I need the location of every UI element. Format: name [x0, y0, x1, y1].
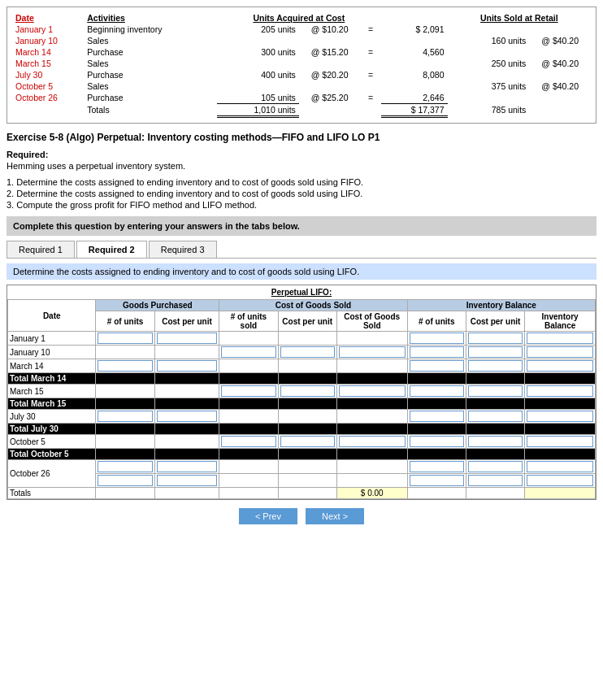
input-jan10-cgs-total[interactable]	[339, 346, 406, 358]
row-jan1-gp-cost[interactable]	[154, 332, 219, 346]
input-jan10-cgs-units[interactable]	[221, 346, 275, 358]
input-oct26-ib-inv-2[interactable]	[527, 475, 593, 486]
row-mar14-cgs-total	[336, 359, 407, 373]
row-oct26-ib-cost-2[interactable]	[466, 474, 524, 488]
row-jan10-ib-units[interactable]	[407, 346, 466, 359]
input-oct5-ib-cost[interactable]	[468, 436, 523, 447]
row-oct26-ib-units-1[interactable]	[407, 460, 466, 474]
row-mar14-ib-units[interactable]	[407, 359, 466, 373]
input-oct26-ib-inv-1[interactable]	[527, 461, 593, 472]
row-jan1-ib-inv[interactable]	[525, 332, 596, 346]
totals-ib-cost	[466, 488, 524, 499]
row-mar15-ib-cost[interactable]	[466, 385, 524, 398]
input-oct5-ib-inv[interactable]	[527, 436, 593, 447]
row-oct5-ib-inv[interactable]	[525, 435, 596, 449]
row-mar14-gp-units[interactable]	[96, 359, 154, 373]
input-jan1-ib-units[interactable]	[410, 333, 464, 344]
row-oct26-ib-inv-2[interactable]	[525, 474, 596, 488]
input-mar15-ib-units[interactable]	[410, 385, 464, 397]
input-oct26-gp-units-2[interactable]	[98, 475, 152, 486]
input-oct5-ib-units[interactable]	[410, 436, 464, 447]
row-oct5-cgs-total[interactable]	[336, 435, 407, 449]
row-mar15-cgs-total[interactable]	[336, 385, 407, 398]
tab-required2[interactable]: Required 2	[76, 241, 147, 258]
input-oct5-cgs-cost[interactable]	[280, 436, 335, 447]
input-mar15-cgs-cost[interactable]	[280, 385, 335, 397]
input-jan1-ib-inv[interactable]	[527, 333, 593, 344]
input-oct5-cgs-total[interactable]	[339, 436, 406, 447]
total-mar15-gp-units	[96, 398, 154, 410]
input-jan1-gp-units[interactable]	[98, 333, 152, 344]
row-oct5-cgs-cost[interactable]	[278, 435, 336, 449]
input-jul30-ib-units[interactable]	[410, 411, 464, 422]
row-jan10-cgs-total[interactable]	[336, 346, 407, 359]
row-oct26-gp-units-1[interactable]	[96, 460, 154, 474]
input-jan10-ib-inv[interactable]	[527, 346, 593, 358]
row-oct26-gp-units-2[interactable]	[96, 474, 154, 488]
totals-gp-cost	[154, 488, 219, 499]
next-button[interactable]: Next >	[306, 508, 364, 524]
input-mar15-cgs-units[interactable]	[221, 385, 275, 397]
row-jul30-ib-units[interactable]	[407, 410, 466, 424]
input-mar14-ib-units[interactable]	[410, 360, 464, 372]
input-mar14-gp-cost[interactable]	[157, 360, 218, 372]
input-jul30-gp-cost[interactable]	[157, 411, 218, 422]
input-mar14-gp-units[interactable]	[98, 360, 152, 372]
row-oct26-ib-cost-1[interactable]	[466, 460, 524, 474]
input-jan10-cgs-cost[interactable]	[280, 346, 335, 358]
row-mar15-cgs-units[interactable]	[219, 385, 278, 398]
total-mar14-row: Total March 14	[8, 373, 596, 385]
input-oct26-gp-units-1[interactable]	[98, 461, 152, 472]
input-jan10-ib-cost[interactable]	[468, 346, 523, 358]
input-jan1-ib-cost[interactable]	[468, 333, 523, 344]
input-mar15-ib-inv[interactable]	[527, 385, 593, 397]
row-jan1-ib-units[interactable]	[407, 332, 466, 346]
totals-cgs-units	[219, 488, 278, 499]
row-jul30-ib-inv[interactable]	[525, 410, 596, 424]
row-jan10-ib-cost[interactable]	[466, 346, 524, 359]
row-oct26-ib-units-2[interactable]	[407, 474, 466, 488]
row-oct26-gp-cost-1[interactable]	[154, 460, 219, 474]
row-oct26-ib-inv-1[interactable]	[525, 460, 596, 474]
input-oct26-gp-cost-2[interactable]	[157, 475, 218, 486]
row-mar15-ib-units[interactable]	[407, 385, 466, 398]
input-mar15-cgs-total[interactable]	[339, 385, 406, 397]
input-jul30-ib-inv[interactable]	[527, 411, 593, 422]
input-jul30-gp-units[interactable]	[98, 411, 152, 422]
input-mar14-ib-inv[interactable]	[527, 360, 593, 372]
input-mar15-ib-cost[interactable]	[468, 385, 523, 397]
tab-required3[interactable]: Required 3	[149, 241, 217, 258]
row-mar14-ib-cost[interactable]	[466, 359, 524, 373]
prev-button[interactable]: < Prev	[239, 508, 297, 524]
row-jan10-ib-inv[interactable]	[525, 346, 596, 359]
row-jan10-cgs-units[interactable]	[219, 346, 278, 359]
row-jan1-gp-units[interactable]	[96, 332, 154, 346]
input-oct26-ib-units-1[interactable]	[410, 461, 464, 472]
row-oct26-gp-cost-2[interactable]	[154, 474, 219, 488]
tab-required1[interactable]: Required 1	[7, 241, 75, 258]
row-oct5-cgs-units[interactable]	[219, 435, 278, 449]
row-mar14-ib-inv[interactable]	[525, 359, 596, 373]
input-oct26-gp-cost-1[interactable]	[157, 461, 218, 472]
input-oct26-ib-units-2[interactable]	[410, 475, 464, 486]
row-oct5-ib-units[interactable]	[407, 435, 466, 449]
row-jan1-ib-cost[interactable]	[466, 332, 524, 346]
row-jul30-gp-cost[interactable]	[154, 410, 219, 424]
input-jul30-ib-cost[interactable]	[468, 411, 523, 422]
input-jan10-ib-units[interactable]	[410, 346, 464, 358]
row-mar15-ib-inv[interactable]	[525, 385, 596, 398]
row-jul30-ib-cost[interactable]	[466, 410, 524, 424]
input-oct26-ib-cost-2[interactable]	[468, 475, 523, 486]
row-oct26-activity: Purchase	[84, 92, 217, 104]
input-oct5-cgs-units[interactable]	[221, 436, 275, 447]
input-mar14-ib-cost[interactable]	[468, 360, 523, 372]
row-oct5-ib-cost[interactable]	[466, 435, 524, 449]
input-oct26-ib-cost-1[interactable]	[468, 461, 523, 472]
input-jan1-gp-cost[interactable]	[157, 333, 218, 344]
row-jul30-gp-units[interactable]	[96, 410, 154, 424]
th-cgs-total: Cost of Goods Sold	[336, 311, 407, 332]
row-mar15-cgs-cost[interactable]	[278, 385, 336, 398]
total-mar15-label: Total March 15	[8, 398, 96, 410]
row-mar14-gp-cost[interactable]	[154, 359, 219, 373]
row-jan10-cgs-cost[interactable]	[278, 346, 336, 359]
